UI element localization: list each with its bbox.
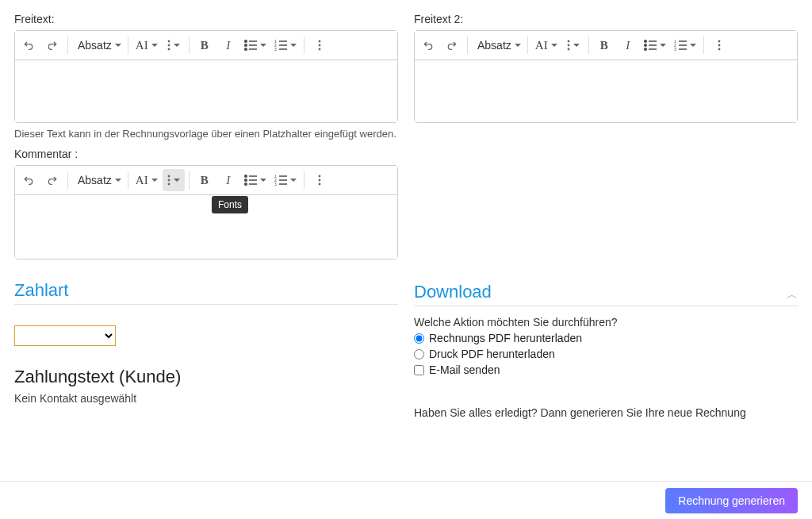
font-icon: AI <box>136 174 148 187</box>
chevron-down-icon <box>260 179 266 182</box>
svg-point-36 <box>167 175 170 178</box>
svg-point-17 <box>318 48 320 51</box>
svg-point-41 <box>244 179 247 182</box>
format-select[interactable]: Absatz <box>71 169 124 191</box>
italic-button[interactable]: I <box>217 34 239 56</box>
svg-text:3: 3 <box>674 47 676 51</box>
svg-point-39 <box>244 175 247 178</box>
svg-point-25 <box>644 48 646 51</box>
bullet-list-button[interactable] <box>241 34 270 56</box>
svg-point-5 <box>244 44 247 47</box>
svg-point-20 <box>567 48 569 51</box>
download-option-pdf[interactable] <box>414 333 424 344</box>
toolbar-separator <box>527 37 528 54</box>
chevron-down-icon <box>115 44 121 47</box>
italic-button[interactable]: I <box>617 34 639 56</box>
format-select-label: Absatz <box>78 39 112 52</box>
zahlart-select[interactable] <box>14 325 116 346</box>
format-select[interactable]: Absatz <box>71 34 124 56</box>
bullet-list-button[interactable] <box>641 34 669 56</box>
freitext2-toolbar: Absatz AI B I <box>415 31 797 60</box>
chevron-down-icon <box>151 44 158 47</box>
freitext-toolbar: Absatz AI B I <box>15 31 397 60</box>
svg-point-43 <box>244 183 247 186</box>
download-option-email-label[interactable]: E-Mail senden <box>429 363 500 376</box>
chevron-up-icon[interactable]: ︿ <box>787 288 798 306</box>
download-done-text: Haben Sie alles erledigt? Dann generiere… <box>414 406 798 419</box>
font-icon: AI <box>535 39 548 52</box>
numbered-list-button[interactable]: 123 <box>271 169 300 191</box>
font-button[interactable]: AI <box>532 34 561 56</box>
zahlart-heading: Zahlart <box>14 280 398 301</box>
freitext-help: Dieser Text kann in der Rechnungsvorlage… <box>14 128 398 140</box>
font-button[interactable]: AI <box>132 169 161 191</box>
toolbar-separator <box>588 37 589 54</box>
redo-button[interactable] <box>441 34 463 56</box>
italic-button[interactable]: I <box>217 169 239 191</box>
toolbar-separator <box>189 37 190 54</box>
download-option-pdf-label[interactable]: Rechnungs PDF herunterladen <box>429 332 582 344</box>
redo-button[interactable] <box>41 169 63 191</box>
svg-point-3 <box>244 40 247 43</box>
more-button[interactable] <box>562 34 584 56</box>
svg-point-53 <box>318 183 320 186</box>
kommentar-textarea[interactable] <box>15 195 397 259</box>
zahlungstext-heading: Zahlungstext (Kunde) <box>14 367 398 387</box>
freitext2-textarea[interactable] <box>415 60 797 122</box>
format-select-label: Absatz <box>477 39 511 52</box>
chevron-down-icon <box>174 179 180 182</box>
fonts-tooltip: Fonts <box>212 196 248 213</box>
download-option-email[interactable] <box>414 365 424 375</box>
undo-button[interactable] <box>17 169 40 191</box>
svg-point-2 <box>167 48 170 51</box>
toolbar-separator <box>304 171 304 189</box>
download-option-druck[interactable] <box>414 349 424 359</box>
download-question: Welche Aktion möchten Sie durchführen? <box>414 316 798 329</box>
svg-point-15 <box>318 40 320 43</box>
more-button[interactable] <box>163 34 185 56</box>
font-icon: AI <box>136 39 148 52</box>
bold-button[interactable]: B <box>193 169 216 191</box>
overflow-menu-button[interactable] <box>708 34 730 56</box>
numbered-list-button[interactable]: 123 <box>271 34 300 56</box>
bold-button[interactable]: B <box>193 34 216 56</box>
chevron-down-icon <box>115 179 121 182</box>
download-option-druck-label[interactable]: Druck PDF herunterladen <box>429 348 555 360</box>
svg-point-19 <box>567 44 569 47</box>
svg-text:3: 3 <box>274 47 277 51</box>
svg-point-23 <box>644 44 646 47</box>
format-select-label: Absatz <box>78 174 112 186</box>
svg-point-37 <box>167 179 170 182</box>
toolbar-separator <box>703 37 704 54</box>
overflow-menu-button[interactable] <box>308 34 331 56</box>
svg-point-35 <box>718 48 720 51</box>
bullet-list-button[interactable] <box>241 169 270 191</box>
svg-point-18 <box>567 40 569 43</box>
font-button[interactable]: AI <box>132 34 161 56</box>
chevron-down-icon <box>573 44 580 47</box>
svg-point-21 <box>644 40 646 43</box>
download-heading[interactable]: Download <box>414 282 492 302</box>
freitext-textarea[interactable] <box>15 60 397 122</box>
undo-button[interactable] <box>417 34 439 56</box>
toolbar-separator <box>304 37 304 54</box>
numbered-list-button[interactable]: 123 <box>671 34 699 56</box>
bold-button[interactable]: B <box>593 34 615 56</box>
toolbar-separator <box>128 37 128 54</box>
svg-point-52 <box>318 179 320 182</box>
generate-invoice-button[interactable]: Rechnung generieren <box>665 488 798 513</box>
redo-button[interactable] <box>41 34 63 56</box>
more-button[interactable] <box>163 169 185 191</box>
undo-button[interactable] <box>17 34 40 56</box>
format-select[interactable]: Absatz <box>471 34 524 56</box>
svg-point-16 <box>318 44 320 47</box>
kommentar-label: Kommentar : <box>14 148 398 160</box>
freitext2-editor: Absatz AI B I <box>414 30 798 123</box>
svg-point-38 <box>167 183 170 186</box>
chevron-down-icon <box>151 179 158 182</box>
toolbar-separator <box>467 37 468 54</box>
chevron-down-icon <box>660 44 666 47</box>
svg-point-7 <box>244 48 247 51</box>
overflow-menu-button[interactable] <box>308 169 331 191</box>
footer: Rechnung generieren <box>0 481 812 519</box>
